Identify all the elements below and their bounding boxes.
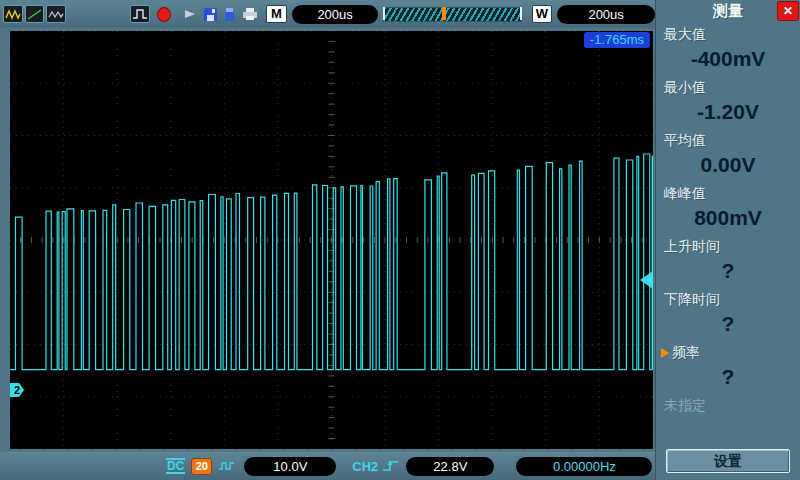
measure-value: 0.00V xyxy=(656,150,800,179)
timebase-badge: M xyxy=(266,5,287,23)
measure-item-max[interactable]: 最大值 -400mV xyxy=(656,23,800,76)
close-icon[interactable]: ✕ xyxy=(777,1,799,21)
trigger-level-value: 22.8V xyxy=(406,457,494,476)
window-position-marker[interactable] xyxy=(442,7,446,20)
measure-value: -1.20V xyxy=(656,97,800,126)
measure-item-freq[interactable]: 频率 ? xyxy=(656,341,800,394)
usb-icon[interactable] xyxy=(222,6,239,22)
panel-title: 测量 xyxy=(713,2,743,21)
measure-item-pkpk[interactable]: 峰峰值 800mV xyxy=(656,182,800,235)
dc-coupling-icon: DC xyxy=(166,458,185,474)
selected-arrow-icon xyxy=(661,348,669,358)
volts-per-div: 10.0V xyxy=(244,457,336,476)
measure-value: ? xyxy=(656,362,800,391)
measure-item-fall[interactable]: 下降时间 ? xyxy=(656,288,800,341)
save-icon[interactable] xyxy=(202,6,219,22)
measure-item-mean[interactable]: 平均值 0.00V xyxy=(656,129,800,182)
status-bar: DC 20 10.0V CH2 22.8V 0.00000Hz xyxy=(0,452,655,480)
frequency-counter: 0.00000Hz xyxy=(516,457,652,476)
bandwidth-limit-badge: 20 xyxy=(191,458,212,475)
rising-edge-icon xyxy=(382,459,400,473)
arrow-icon[interactable] xyxy=(182,6,199,22)
time-offset-badge: -1.765ms xyxy=(584,32,650,48)
record-icon[interactable] xyxy=(157,7,171,22)
measure-item-rise[interactable]: 上升时间 ? xyxy=(656,235,800,288)
measure-value: 800mV xyxy=(656,203,800,232)
ch2-waveform-icon[interactable] xyxy=(25,5,45,23)
square-wave-icon xyxy=(218,460,236,472)
measure-value: ? xyxy=(656,309,800,338)
window-badge: W xyxy=(532,5,553,23)
top-toolbar: M 200us W 200us xyxy=(0,0,655,28)
scope-display: -1.765ms 2 xyxy=(10,31,653,449)
math-waveform-icon[interactable] xyxy=(46,5,66,23)
settings-button[interactable]: 设置 xyxy=(666,449,790,473)
oscilloscope-app: M 200us W 200us -1.765ms 2 DC 20 10.0V C… xyxy=(0,0,800,480)
print-icon[interactable] xyxy=(241,6,258,22)
measure-item-unassigned[interactable]: 未指定 xyxy=(656,394,800,447)
measure-item-min[interactable]: 最小值 -1.20V xyxy=(656,76,800,129)
trigger-source-label: CH2 xyxy=(352,459,378,474)
pulse-mode-icon[interactable] xyxy=(130,5,150,23)
measure-value: ? xyxy=(656,256,800,285)
window-position-bar[interactable] xyxy=(383,7,521,22)
trigger-level-marker[interactable] xyxy=(640,271,653,289)
window-timebase-value: 200us xyxy=(557,5,655,24)
measure-value: -400mV xyxy=(656,44,800,73)
timebase-value: 200us xyxy=(292,5,379,24)
waveform-plot xyxy=(10,31,653,449)
measure-panel: 测量 ✕ 最大值 -400mV 最小值 -1.20V 平均值 0.00V 峰峰值… xyxy=(655,0,800,480)
ch1-waveform-icon[interactable] xyxy=(3,5,23,23)
panel-title-row: 测量 ✕ xyxy=(656,0,800,23)
